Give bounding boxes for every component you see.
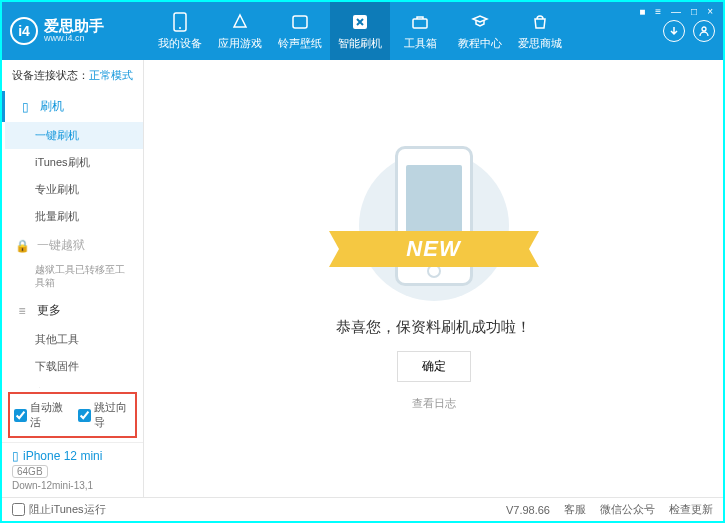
menu-jailbreak[interactable]: 🔒 一键越狱 xyxy=(5,230,143,261)
device-icon: ▯ xyxy=(12,449,19,463)
nav-tutorial[interactable]: 教程中心 xyxy=(450,2,510,60)
sidebar-item-download[interactable]: 下载固件 xyxy=(5,353,143,380)
maximize-icon[interactable]: □ xyxy=(689,6,699,17)
nav-apps[interactable]: 应用游戏 xyxy=(210,2,270,60)
sidebar-item-pro[interactable]: 专业刷机 xyxy=(5,176,143,203)
sidebar-item-other[interactable]: 其他工具 xyxy=(5,326,143,353)
lock-icon: 🔒 xyxy=(15,239,29,253)
body: 设备连接状态：正常模式 ▯ 刷机 一键刷机 iTunes刷机 专业刷机 批量刷机… xyxy=(2,60,723,497)
new-ribbon: NEW xyxy=(339,231,529,267)
more-icon: ≡ xyxy=(15,304,29,318)
nav-flash[interactable]: 智能刷机 xyxy=(330,2,390,60)
jailbreak-note: 越狱工具已转移至工具箱 xyxy=(5,261,143,295)
skip-guide-checkbox[interactable]: 跳过向导 xyxy=(78,400,132,430)
app-window: ■ ≡ — □ × i4 爱思助手 www.i4.cn 我的设备 应用游戏 铃声 xyxy=(0,0,725,523)
svg-point-1 xyxy=(179,27,181,29)
svg-point-5 xyxy=(702,27,706,31)
connection-status: 设备连接状态：正常模式 xyxy=(2,60,143,91)
ringtone-icon xyxy=(290,12,310,32)
sidebar-item-batch[interactable]: 批量刷机 xyxy=(5,203,143,230)
app-name: 爱思助手 xyxy=(44,18,104,35)
flash-icon xyxy=(350,12,370,32)
sidebar: 设备连接状态：正常模式 ▯ 刷机 一键刷机 iTunes刷机 专业刷机 批量刷机… xyxy=(2,60,144,497)
close-icon[interactable]: × xyxy=(705,6,715,17)
sidebar-item-oneclick[interactable]: 一键刷机 xyxy=(5,122,143,149)
sidebar-menu: ▯ 刷机 一键刷机 iTunes刷机 专业刷机 批量刷机 🔒 一键越狱 越狱工具… xyxy=(2,91,143,388)
wechat-link[interactable]: 微信公众号 xyxy=(600,502,655,517)
auto-activate-checkbox[interactable]: 自动激活 xyxy=(14,400,68,430)
skin-icon[interactable]: ■ xyxy=(637,6,647,17)
app-url: www.i4.cn xyxy=(44,34,104,44)
logo[interactable]: i4 爱思助手 www.i4.cn xyxy=(10,17,150,45)
user-button[interactable] xyxy=(693,20,715,42)
storage-badge: 64GB xyxy=(12,465,48,478)
svg-rect-2 xyxy=(293,16,307,28)
support-link[interactable]: 客服 xyxy=(564,502,586,517)
sidebar-item-advanced[interactable]: 高级功能 xyxy=(5,380,143,388)
minimize-icon[interactable]: — xyxy=(669,6,683,17)
options-highlight: 自动激活 跳过向导 xyxy=(8,392,137,438)
nav-devices[interactable]: 我的设备 xyxy=(150,2,210,60)
header: i4 爱思助手 www.i4.cn 我的设备 应用游戏 铃声壁纸 智能刷机 xyxy=(2,2,723,60)
view-log-link[interactable]: 查看日志 xyxy=(412,396,456,411)
success-illustration: NEW xyxy=(359,146,509,306)
toolbox-icon xyxy=(410,12,430,32)
svg-rect-4 xyxy=(413,19,427,28)
block-itunes-checkbox[interactable]: 阻止iTunes运行 xyxy=(12,502,106,517)
download-button[interactable] xyxy=(663,20,685,42)
apps-icon xyxy=(230,12,250,32)
version-label: V7.98.66 xyxy=(506,504,550,516)
nav-toolbox[interactable]: 工具箱 xyxy=(390,2,450,60)
update-link[interactable]: 检查更新 xyxy=(669,502,713,517)
menu-icon[interactable]: ≡ xyxy=(653,6,663,17)
window-controls: ■ ≡ — □ × xyxy=(637,6,715,17)
main-content: NEW 恭喜您，保资料刷机成功啦！ 确定 查看日志 xyxy=(144,60,723,497)
device-icon xyxy=(170,12,190,32)
menu-more[interactable]: ≡ 更多 xyxy=(5,295,143,326)
nav-store[interactable]: 爱思商城 xyxy=(510,2,570,60)
success-message: 恭喜您，保资料刷机成功啦！ xyxy=(336,318,531,337)
firmware-label: Down-12mini-13,1 xyxy=(12,480,133,491)
store-icon xyxy=(530,12,550,32)
phone-icon: ▯ xyxy=(18,100,32,114)
menu-flash[interactable]: ▯ 刷机 xyxy=(2,91,143,122)
header-right xyxy=(663,20,715,42)
sidebar-item-itunes[interactable]: iTunes刷机 xyxy=(5,149,143,176)
device-name: ▯ iPhone 12 mini xyxy=(12,449,133,463)
main-nav: 我的设备 应用游戏 铃声壁纸 智能刷机 工具箱 教程中心 xyxy=(150,2,663,60)
tutorial-icon xyxy=(470,12,490,32)
ok-button[interactable]: 确定 xyxy=(397,351,471,382)
nav-ringtones[interactable]: 铃声壁纸 xyxy=(270,2,330,60)
footer: 阻止iTunes运行 V7.98.66 客服 微信公众号 检查更新 xyxy=(2,497,723,521)
device-info[interactable]: ▯ iPhone 12 mini 64GB Down-12mini-13,1 xyxy=(2,442,143,497)
logo-icon: i4 xyxy=(10,17,38,45)
